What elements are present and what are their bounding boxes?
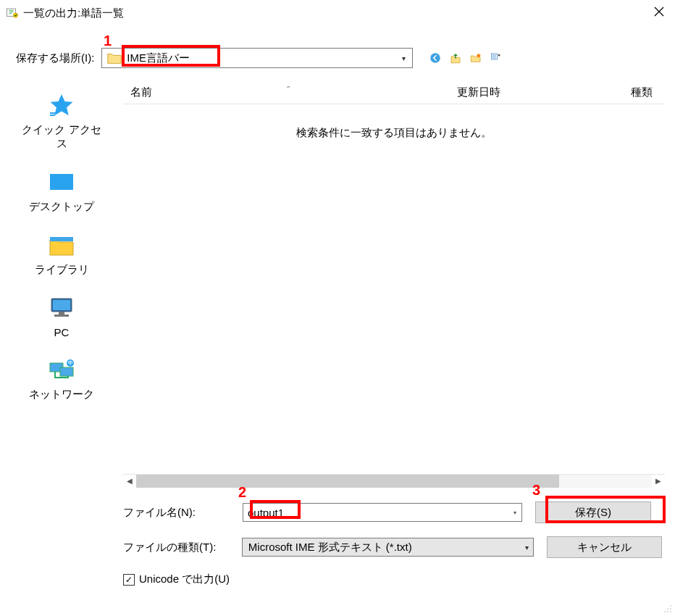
file-list: 名前 ⌃ 更新日時 種類 検索条件に一致する項目はありません。 ◀ ▶	[123, 81, 665, 487]
svg-point-2	[431, 53, 441, 63]
svg-point-15	[670, 608, 671, 609]
column-type[interactable]: 種類	[626, 86, 665, 99]
column-name-label: 名前	[130, 86, 152, 98]
app-icon	[6, 7, 19, 20]
cancel-button[interactable]: キャンセル	[547, 536, 662, 558]
sort-caret-icon: ⌃	[285, 85, 291, 93]
svg-point-13	[670, 605, 671, 607]
place-label: クイック アクセス	[18, 123, 105, 151]
scroll-left-icon[interactable]: ◀	[123, 475, 136, 488]
column-date-label: 更新日時	[457, 86, 500, 98]
svg-rect-4	[50, 174, 73, 190]
folder-icon	[106, 50, 122, 66]
save-button[interactable]: 保存(S)	[535, 501, 651, 523]
place-desktop[interactable]: デスクトップ	[18, 170, 105, 214]
filetype-row: ファイルの種類(T): Microsoft IME 形式テキスト (*.txt)…	[123, 535, 662, 559]
window-title: 一覧の出力:単語一覧	[23, 7, 124, 20]
place-quick-access[interactable]: クイック アクセス	[18, 93, 105, 151]
nav-toolbar	[427, 50, 504, 66]
filetype-select[interactable]: Microsoft IME 形式テキスト (*.txt) ▾	[242, 538, 534, 557]
svg-point-17	[667, 611, 668, 612]
place-libraries[interactable]: ライブラリ	[18, 233, 105, 277]
place-label: デスクトップ	[29, 200, 94, 214]
close-icon	[653, 6, 665, 17]
save-in-folder-select[interactable]: IME言語バー ▾	[101, 48, 413, 68]
filetype-label: ファイルの種類(T):	[123, 541, 242, 554]
pc-icon	[47, 296, 76, 322]
column-name[interactable]: 名前 ⌃	[123, 86, 453, 99]
scroll-track[interactable]	[136, 475, 652, 488]
save-button-label: 保存(S)	[575, 506, 611, 520]
chevron-down-icon[interactable]: ▾	[395, 54, 412, 62]
quick-access-icon	[47, 93, 76, 119]
column-type-label: 種類	[631, 86, 653, 98]
place-label: ライブラリ	[35, 263, 89, 277]
list-body: 検索条件に一致する項目はありません。	[123, 104, 665, 474]
place-label: PC	[54, 326, 70, 338]
svg-rect-7	[53, 300, 70, 310]
svg-point-18	[670, 611, 671, 612]
desktop-icon	[47, 170, 76, 196]
views-icon[interactable]	[488, 50, 504, 66]
svg-rect-11	[60, 367, 73, 376]
svg-point-1	[14, 13, 18, 17]
main-area: クイック アクセス デスクトップ ライブラリ	[0, 81, 675, 487]
resize-grip[interactable]	[662, 603, 672, 613]
unicode-checkbox[interactable]: ✓	[123, 574, 135, 586]
horizontal-scrollbar[interactable]: ◀ ▶	[123, 474, 665, 487]
scroll-thumb[interactable]	[136, 475, 559, 488]
no-items-message: 検索条件に一致する項目はありません。	[123, 126, 665, 140]
network-icon	[47, 357, 76, 383]
places-bar: クイック アクセス デスクトップ ライブラリ	[0, 81, 123, 487]
title-bar: 一覧の出力:単語一覧	[0, 0, 675, 26]
cancel-button-label: キャンセル	[577, 541, 632, 554]
filename-row: ファイル名(N): ▾ 保存(S)	[123, 500, 662, 525]
back-icon[interactable]	[427, 50, 443, 66]
unicode-row: ✓ Unicode で出力(U)	[0, 573, 675, 586]
svg-rect-5	[50, 237, 73, 241]
place-pc[interactable]: PC	[18, 296, 105, 338]
filetype-value: Microsoft IME 形式テキスト (*.txt)	[248, 541, 412, 554]
column-date[interactable]: 更新日時	[453, 86, 626, 99]
scroll-right-icon[interactable]: ▶	[652, 475, 665, 488]
place-label: ネットワーク	[29, 388, 94, 401]
unicode-label: Unicode で出力(U)	[139, 573, 230, 586]
svg-rect-9	[54, 315, 69, 317]
list-header: 名前 ⌃ 更新日時 種類	[123, 81, 665, 104]
bottom-form: ファイル名(N): ▾ 保存(S) ファイルの種類(T): Microsoft …	[0, 487, 675, 559]
filename-input[interactable]	[243, 503, 522, 522]
place-network[interactable]: ネットワーク	[18, 357, 105, 401]
libraries-icon	[47, 233, 76, 259]
up-icon[interactable]	[448, 50, 464, 66]
svg-rect-8	[59, 312, 64, 315]
current-folder-name: IME言語バー	[127, 51, 395, 65]
svg-point-16	[664, 611, 666, 612]
save-in-label: 保存する場所(I):	[16, 51, 94, 65]
svg-point-14	[667, 608, 668, 609]
new-folder-icon[interactable]	[468, 50, 484, 66]
filename-label: ファイル名(N):	[123, 506, 243, 520]
save-in-row: 保存する場所(I): IME言語バー ▾	[0, 43, 675, 72]
chevron-down-icon: ▾	[525, 544, 529, 552]
close-button[interactable]	[650, 3, 668, 20]
